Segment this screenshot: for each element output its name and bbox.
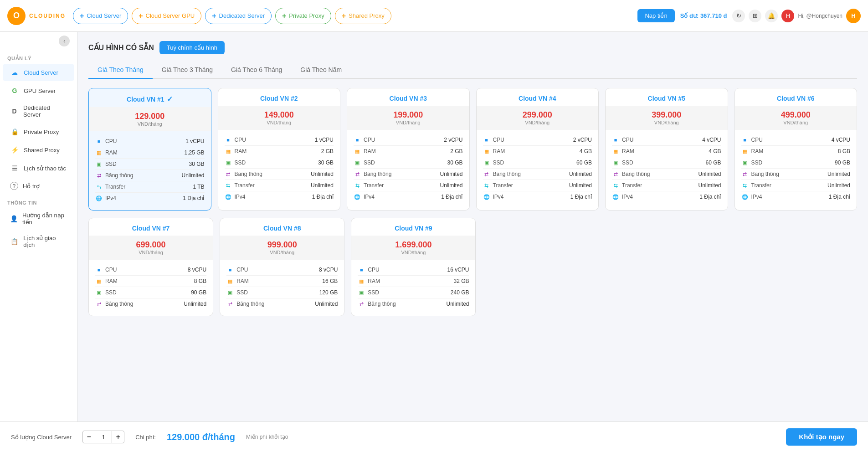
nap-tien-button[interactable]: Nap tiền [637, 9, 674, 22]
selected-check-icon: ✓ [167, 95, 173, 103]
sidebar-item-cloud-server[interactable]: ☁ Cloud Server [3, 64, 74, 81]
card-unit: VND/tháng [95, 121, 205, 127]
card-name: Cloud VN #1 ✓ [95, 95, 205, 103]
bw-spec-icon: ⇄ [95, 172, 103, 179]
ssd-spec-icon: ▣ [95, 160, 103, 168]
sidebar-item-cloud-server-label: Cloud Server [24, 69, 58, 76]
ipv4-spec-icon: 🌐 [741, 193, 749, 200]
spec-row-cpu: ■ CPU 1 vCPU [225, 134, 334, 146]
card-vn9[interactable]: Cloud VN #9 1.699.000 VND/tháng ■ CPU 16… [351, 218, 476, 316]
logo-text: CLOUDING [29, 13, 66, 19]
spec-row-cpu: ■ CPU 8 vCPU [95, 264, 206, 276]
page-header: CẤU HÌNH CÓ SẴN Tuỳ chỉnh cấu hình [88, 41, 857, 54]
spec-row-ssd: ▣ SSD 90 GB [741, 157, 851, 169]
cpu-spec-icon: ■ [358, 266, 365, 273]
qty-increase-btn[interactable]: + [112, 431, 124, 443]
spec-row-ssd: ▣ SSD 30 GB [354, 157, 463, 169]
sidebar-item-dedicated-server[interactable]: D Dedicated Server [3, 100, 74, 122]
tab-yearly[interactable]: Giá Theo Năm [291, 62, 351, 79]
cpu-spec-icon: ■ [225, 136, 232, 144]
spec-row-bw: ⇄ Băng thông Unlimited [358, 298, 469, 309]
card-name: Cloud VN #7 [95, 225, 206, 232]
guide-icon: 👤 [10, 214, 18, 223]
cpu-spec-icon: ■ [354, 136, 361, 144]
dedicated-server-nav-btn[interactable]: + Dedicated Server [205, 8, 272, 24]
card-header: Cloud VN #6 [735, 88, 857, 106]
price-tabs: Giá Theo Tháng Giá Theo 3 Tháng Giá Theo… [88, 62, 857, 79]
ipv4-spec-icon: 🌐 [225, 193, 232, 200]
card-vn3[interactable]: Cloud VN #3 199.000 VND/tháng ■ CPU 2 vC… [347, 88, 470, 211]
bell-icon[interactable]: 🔔 [765, 10, 778, 22]
bw-spec-icon: ⇄ [226, 300, 234, 308]
sidebar-item-gpu-server[interactable]: G GPU Server [3, 82, 74, 99]
card-header: Cloud VN #3 [347, 88, 469, 106]
shared-proxy-nav-btn[interactable]: + Shared Proxy [335, 8, 391, 24]
spec-row-ipv4: 🌐 IPv4 1 Địa chỉ [95, 193, 205, 204]
qty-decrease-btn[interactable]: − [82, 431, 95, 443]
card-specs: ■ CPU 2 vCPU ▦ RAM 4 GB ▣ SSD 60 GB ⇄ Bă… [477, 134, 599, 202]
tab-3months[interactable]: Giá Theo 3 Tháng [153, 62, 222, 79]
card-specs: ■ CPU 2 vCPU ▦ RAM 2 GB ▣ SSD 30 GB ⇄ Bă… [347, 134, 469, 202]
card-vn5[interactable]: Cloud VN #5 399.000 VND/tháng ■ CPU 4 vC… [605, 88, 728, 211]
sidebar-item-shared-proxy[interactable]: ⚡ Shared Proxy [3, 141, 74, 159]
spec-row-ram: ▦ RAM 4 GB [483, 146, 592, 157]
card-price: 1.699.000 [358, 240, 469, 250]
card-name: Cloud VN #6 [741, 95, 851, 102]
spec-row-cpu: ■ CPU 1 vCPU [95, 136, 205, 147]
spec-row-cpu: ■ CPU 16 vCPU [358, 264, 469, 276]
sidebar-item-history[interactable]: ☰ Lịch sử thao tác [3, 159, 74, 177]
ssd-spec-icon: ▣ [741, 159, 749, 166]
spec-row-bw: ⇄ Băng thông Unlimited [483, 169, 592, 180]
card-name: Cloud VN #4 [483, 95, 592, 102]
sidebar-item-transactions-label: Lịch sử giao dịch [23, 235, 67, 248]
card-vn2[interactable]: Cloud VN #2 149.000 VND/tháng ■ CPU 1 vC… [218, 88, 341, 211]
private-proxy-nav-btn[interactable]: + Private Proxy [275, 8, 331, 24]
tab-6months[interactable]: Giá Theo 6 Tháng [222, 62, 291, 79]
card-vn8[interactable]: Cloud VN #8 999.000 VND/tháng ■ CPU 8 vC… [220, 218, 344, 316]
hi-text: Hi, @Hongchuyen [798, 13, 842, 19]
sidebar-section-quanly: QUẢN LÝ [0, 50, 77, 63]
cloud-server-nav-btn[interactable]: + Cloud Server [73, 8, 128, 24]
card-price: 999.000 [226, 240, 338, 250]
card-specs: ■ CPU 8 vCPU ▦ RAM 16 GB ▣ SSD 120 GB ⇄ … [220, 264, 344, 309]
card-specs: ■ CPU 16 vCPU ▦ RAM 32 GB ▣ SSD 240 GB ⇄… [351, 264, 475, 309]
card-specs: ■ CPU 4 vCPU ▦ RAM 4 GB ▣ SSD 60 GB ⇄ Bă… [606, 134, 728, 202]
card-vn7[interactable]: Cloud VN #7 699.000 VND/tháng ■ CPU 8 vC… [88, 218, 213, 316]
sidebar-item-transactions[interactable]: 📋 Lịch sử giao dịch [3, 231, 74, 252]
tab-monthly[interactable]: Giá Theo Tháng [88, 62, 153, 79]
cpu-spec-icon: ■ [95, 138, 103, 145]
transfer-spec-icon: ⇆ [612, 182, 619, 189]
user-icon[interactable]: H [781, 10, 794, 22]
sidebar-item-support-label: Hỗ trợ [23, 183, 40, 190]
card-vn1[interactable]: Cloud VN #1 ✓ 129.000 VND/tháng ■ CPU 1 … [88, 88, 211, 211]
spec-row-ram: ▦ RAM 8 GB [95, 276, 206, 287]
cpu-spec-icon: ■ [612, 136, 619, 144]
cpu-spec-icon: ■ [741, 136, 749, 144]
customize-button[interactable]: Tuỳ chỉnh cấu hình [159, 41, 225, 54]
sidebar-item-private-proxy[interactable]: 🔒 Private Proxy [3, 123, 74, 140]
grid-icon[interactable]: ⊞ [749, 10, 761, 22]
transactions-icon: 📋 [10, 237, 19, 246]
ram-spec-icon: ▦ [358, 277, 365, 285]
empty-card-slot [482, 218, 857, 316]
refresh-icon[interactable]: ↻ [732, 10, 745, 22]
bw-spec-icon: ⇄ [483, 170, 490, 178]
card-price-block: 199.000 VND/tháng [347, 106, 469, 130]
card-unit: VND/tháng [358, 250, 469, 255]
spec-row-ipv4: 🌐 IPv4 1 Địa chỉ [741, 191, 851, 202]
card-vn4[interactable]: Cloud VN #4 299.000 VND/tháng ■ CPU 2 vC… [476, 88, 599, 211]
sidebar-section-thongtin: THÔNG TIN [0, 195, 77, 207]
card-vn6[interactable]: Cloud VN #6 499.000 VND/tháng ■ CPU 4 vC… [734, 88, 858, 211]
sidebar-item-support[interactable]: ? Hỗ trợ [3, 178, 74, 194]
create-button[interactable]: Khởi tạo ngay [786, 428, 857, 446]
sidebar-collapse-btn[interactable]: ‹ [59, 36, 70, 46]
ssd-spec-icon: ▣ [95, 289, 103, 296]
transfer-spec-icon: ⇆ [741, 182, 749, 189]
spec-row-cpu: ■ CPU 8 vCPU [226, 264, 338, 276]
sidebar-item-guide[interactable]: 👤 Hướng dẫn nạp tiền [3, 208, 74, 230]
spec-row-ram: ▦ RAM 8 GB [741, 146, 851, 157]
cloud-server-gpu-nav-btn[interactable]: + Cloud Server GPU [132, 8, 201, 24]
avatar[interactable]: H [846, 9, 861, 23]
bw-spec-icon: ⇄ [95, 300, 103, 308]
card-header: Cloud VN #2 [218, 88, 340, 106]
